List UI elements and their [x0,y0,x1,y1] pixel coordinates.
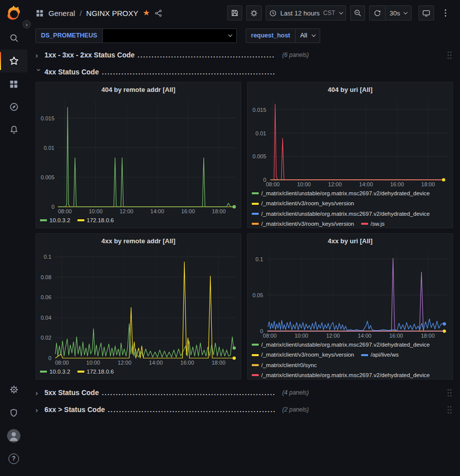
grafana-logo[interactable] [5,4,22,21]
row-drag-handle[interactable] [446,404,453,416]
grafana-flame-icon [5,4,22,21]
legend-item[interactable]: /_matrix/client/v3/room_keys/version [252,350,354,359]
row-title: 5xx Status Code [44,389,99,397]
svg-text:08:00: 08:00 [55,360,69,366]
sidebar-item-explore[interactable] [0,95,27,118]
timeseries-chart[interactable]: 00.0050.010.01508:0010:0012:0014:0016:00… [248,96,453,188]
legend-item[interactable]: /_matrix/client/unstable/org.matrix.msc2… [252,371,430,379]
share-icon[interactable] [154,9,163,17]
sidebar-item-dashboards[interactable] [0,72,27,95]
panel-title[interactable]: 404 by remote addr [All] [36,82,241,96]
row-header-1xx-3xx-2xx[interactable]: › 1xx - 3xx - 2xx Status Code ..........… [35,48,453,62]
time-range-picker[interactable]: Last 12 hours CST [266,5,346,20]
chevron-right-icon: › [35,389,44,397]
svg-text:12:00: 12:00 [328,181,342,187]
legend-swatch [252,223,259,225]
zoom-out-icon [354,9,362,17]
variable-label-request-host[interactable]: request_host [246,28,296,43]
svg-text:0: 0 [48,355,51,361]
legend-item[interactable]: /_matrix/client/r0/sync [252,361,317,370]
svg-text:0.02: 0.02 [40,335,51,341]
variable-value-text: All [300,32,307,39]
sidebar-item-help[interactable]: ? [0,447,27,470]
panel-4xx-by-remote-addr: 4xx by remote addr [All] 00.020.040.060.… [35,233,241,380]
panel-title[interactable]: 404 by uri [All] [248,82,453,96]
chevron-right-icon: › [26,21,28,28]
topbar: General / NGINX PROXY ★ [27,0,460,26]
legend-item[interactable]: 172.18.0.6 [77,216,114,225]
row-title: 1xx - 3xx - 2xx Status Code [44,51,135,59]
svg-text:12:00: 12:00 [326,333,340,339]
variable-value-request-host[interactable]: All [296,28,320,43]
legend-item[interactable]: 10.0.3.2 [40,216,70,225]
sidebar-item-configuration[interactable] [0,378,27,401]
svg-text:18:00: 18:00 [421,333,435,339]
svg-text:0.005: 0.005 [40,174,54,180]
legend-item[interactable]: /_matrix/client/v3/room_keys/version [252,219,354,228]
svg-text:0.06: 0.06 [40,294,51,300]
bell-icon [9,125,19,135]
panel-title[interactable]: 4xx by uri [All] [248,234,453,248]
variable-value-datasource[interactable] [103,28,237,43]
chevron-right-icon: › [35,51,44,59]
svg-text:14:00: 14:00 [150,208,164,214]
legend-swatch [252,344,259,346]
svg-text:0.1: 0.1 [44,254,51,260]
save-dashboard-button[interactable] [227,5,242,20]
legend-swatch [40,219,47,221]
kebab-menu-button[interactable] [438,5,453,20]
svg-text:0.08: 0.08 [40,274,51,280]
help-icon: ? [8,454,19,464]
sidebar-item-alerting[interactable] [0,118,27,141]
timeseries-chart[interactable]: 00.050.108:0010:0012:0014:0016:0018:00 [248,248,453,339]
panel-legend: 10.0.3.2172.18.0.6 [36,215,241,228]
legend-item[interactable]: /_matrix/client/v3/room_keys/version [252,199,354,208]
svg-text:18:00: 18:00 [212,208,226,214]
breadcrumb-dashboard[interactable]: NGINX PROXY [86,9,138,17]
panel-legend: 10.0.3.2172.18.0.6 [36,366,241,379]
sidebar-expand-button[interactable]: › [22,20,31,28]
row-drag-handle[interactable] [446,387,453,399]
row-header-5xx[interactable]: › 5xx Status Code ......................… [35,386,453,400]
sidebar-item-server-admin[interactable] [0,401,27,424]
svg-text:14:00: 14:00 [358,333,372,339]
legend-item[interactable]: /_matrix/client/unstable/org.matrix.msc2… [252,340,430,349]
favorite-star-icon[interactable]: ★ [143,9,150,17]
timeseries-chart[interactable]: 00.0050.010.01508:0010:0012:0014:0016:00… [36,96,241,215]
dashboard-settings-button[interactable] [246,5,262,20]
dashboard-canvas: › 1xx - 3xx - 2xx Status Code ..........… [27,45,460,476]
sidebar-item-profile[interactable] [0,424,27,447]
panel-title[interactable]: 4xx by remote addr [All] [36,234,241,248]
legend-item[interactable]: /_matrix/client/unstable/org.matrix.msc2… [252,189,430,198]
row-header-6xx[interactable]: › 6xx > Status Code ....................… [35,403,453,417]
refresh-dashboard-button[interactable] [370,6,385,20]
row-drag-handle[interactable] [446,49,453,61]
row-panel-count: (2 panels) [282,406,309,413]
refresh-interval-dropdown[interactable]: 30s [385,6,411,20]
shield-icon [9,408,18,418]
legend-item[interactable]: /sw.js [361,219,385,228]
breadcrumb-folder[interactable]: General [48,9,75,17]
sidebar-item-starred[interactable] [0,49,27,72]
legend-swatch [361,354,368,356]
panel-404-by-remote-addr: 404 by remote addr [All] 00.0050.010.015… [35,82,241,228]
drag-dots-icon [447,389,452,397]
svg-text:08:00: 08:00 [58,208,72,214]
timeseries-chart[interactable]: 00.020.040.060.080.108:0010:0012:0014:00… [36,248,241,366]
legend-item[interactable]: /api/live/ws [361,350,399,359]
row-header-4xx[interactable]: › 4xx Status Code ......................… [35,65,453,79]
legend-item[interactable]: /_matrix/client/unstable/org.matrix.msc2… [252,209,430,218]
zoom-out-time-button[interactable] [350,5,365,20]
variable-label-datasource[interactable]: DS_PROMETHEUS [35,28,103,43]
sidebar-item-search[interactable] [0,26,27,49]
legend-item[interactable]: 10.0.3.2 [40,367,70,376]
cycle-view-mode-button[interactable] [419,5,434,20]
gear-icon [9,385,19,395]
legend-item[interactable]: 172.18.0.6 [77,367,114,376]
main-area: General / NGINX PROXY ★ [27,0,460,476]
question-glyph: ? [12,455,15,462]
legend-swatch [252,192,259,194]
svg-text:14:00: 14:00 [359,181,373,187]
gear-icon [250,9,258,17]
user-avatar [7,429,20,443]
